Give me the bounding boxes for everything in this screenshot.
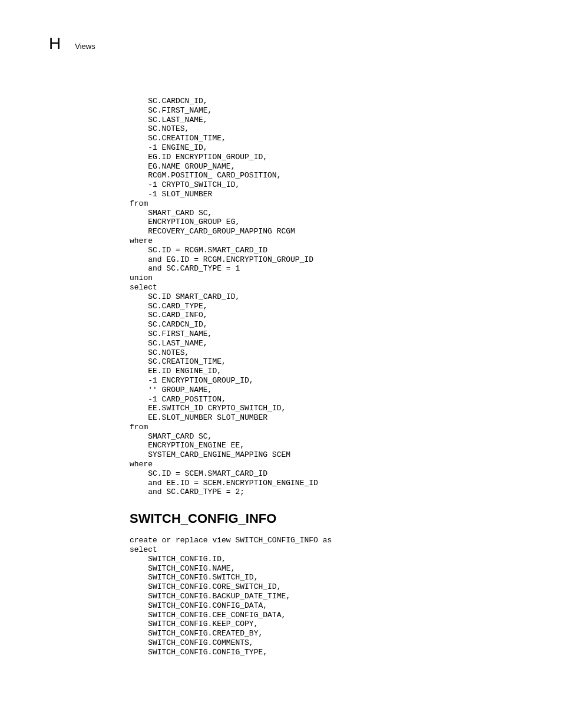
- page: H Views SC.CARDCN_ID, SC.FIRST_NAME, SC.…: [0, 0, 562, 657]
- code-block-2: create or replace view SWITCH_CONFIG_INF…: [130, 536, 495, 657]
- appendix-letter: H: [49, 34, 61, 53]
- code-block-1: SC.CARDCN_ID, SC.FIRST_NAME, SC.LAST_NAM…: [130, 97, 495, 497]
- section-heading: SWITCH_CONFIG_INFO: [130, 511, 495, 526]
- section-title: Views: [75, 42, 95, 51]
- page-header: H Views: [0, 34, 562, 53]
- page-content: SC.CARDCN_ID, SC.FIRST_NAME, SC.LAST_NAM…: [0, 53, 495, 657]
